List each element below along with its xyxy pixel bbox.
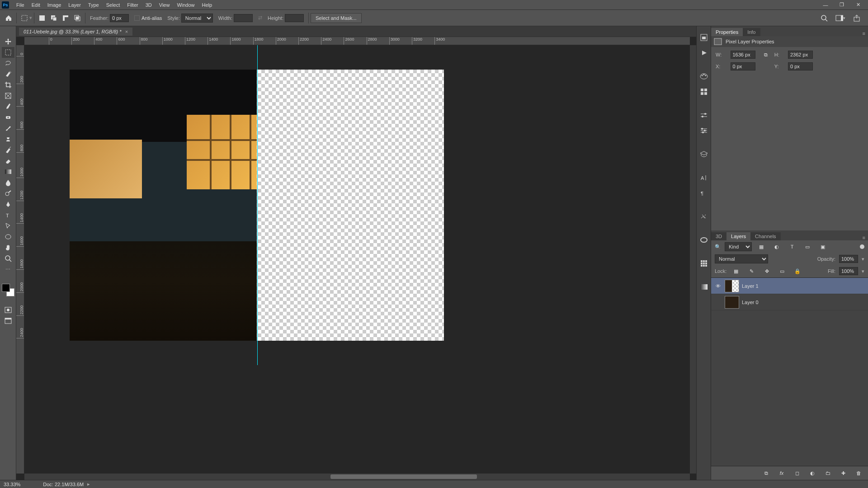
workspace-icon[interactable]: ▾: [835, 13, 845, 23]
hand-tool[interactable]: [2, 242, 14, 253]
menu-layer[interactable]: Layer: [65, 2, 85, 8]
opacity-input[interactable]: [839, 255, 858, 263]
color-swatches[interactable]: [2, 284, 14, 296]
eraser-tool[interactable]: [2, 155, 14, 166]
minimize-button[interactable]: —: [817, 0, 834, 10]
menu-image[interactable]: Image: [44, 2, 65, 8]
screen-mode-icon[interactable]: [2, 315, 14, 326]
pen-tool[interactable]: [2, 199, 14, 210]
horizontal-ruler[interactable]: 0200400600800100012001400160018002000220…: [24, 37, 690, 45]
styles-panel-icon[interactable]: [698, 125, 710, 136]
new-layer-icon[interactable]: ✚: [838, 468, 848, 478]
visibility-toggle[interactable]: 👁: [714, 283, 722, 289]
toolpresets-panel-icon[interactable]: [698, 211, 710, 222]
menu-3d[interactable]: 3D: [142, 2, 156, 8]
vertical-scrollbar[interactable]: [690, 45, 696, 474]
adjustments-panel-icon[interactable]: [698, 109, 710, 121]
search-icon[interactable]: [819, 13, 829, 23]
gradient-tool[interactable]: [2, 166, 14, 177]
marquee-tool-icon[interactable]: [19, 13, 29, 23]
menu-type[interactable]: Type: [85, 2, 103, 8]
menu-help[interactable]: Help: [198, 2, 216, 8]
frame-tool[interactable]: [2, 90, 14, 101]
tab-layers[interactable]: Layers: [726, 232, 750, 240]
menu-select[interactable]: Select: [103, 2, 124, 8]
quick-selection-tool[interactable]: [2, 69, 14, 80]
filter-adjust-icon[interactable]: ◐: [772, 242, 782, 252]
type-tool[interactable]: T: [2, 210, 14, 221]
layer-thumbnail[interactable]: [725, 280, 739, 292]
filter-pixel-icon[interactable]: ▦: [756, 242, 766, 252]
width-value[interactable]: [731, 51, 755, 59]
tab-channels[interactable]: Channels: [750, 232, 780, 240]
menu-window[interactable]: Window: [173, 2, 198, 8]
lock-pixels-icon[interactable]: ✎: [746, 266, 756, 276]
doc-info-menu-icon[interactable]: ▸: [87, 481, 90, 487]
filter-type-icon[interactable]: T: [787, 242, 797, 252]
actions-panel-icon[interactable]: [698, 47, 710, 59]
history-brush-tool[interactable]: [2, 145, 14, 155]
close-button[interactable]: ✕: [850, 0, 866, 10]
rectangular-marquee-tool[interactable]: [2, 47, 14, 58]
paragraph-panel-icon[interactable]: ¶: [698, 187, 710, 199]
selection-add-icon[interactable]: [49, 13, 59, 23]
menu-view[interactable]: View: [156, 2, 174, 8]
tab-properties[interactable]: Properties: [711, 28, 743, 36]
selection-subtract-icon[interactable]: [61, 13, 71, 23]
lock-artboard-icon[interactable]: ▭: [777, 266, 787, 276]
menu-edit[interactable]: Edit: [28, 2, 44, 8]
learn-panel-icon[interactable]: [698, 148, 710, 160]
brush-tool[interactable]: [2, 123, 14, 134]
home-icon[interactable]: [4, 13, 14, 23]
layer-filter-kind[interactable]: Kind: [725, 242, 752, 251]
tab-3d[interactable]: 3D: [711, 232, 726, 240]
document-canvas[interactable]: [70, 70, 444, 341]
feather-input[interactable]: [110, 14, 129, 22]
fill-input[interactable]: [839, 267, 858, 275]
height-value[interactable]: [788, 51, 813, 59]
quick-mask-icon[interactable]: [2, 305, 14, 315]
document-tab[interactable]: 011-Uebele.jpg @ 33.3% (Layer 1, RGB/8) …: [19, 28, 132, 36]
canvas-viewport[interactable]: [24, 45, 690, 474]
select-and-mask-button[interactable]: Select and Mask...: [311, 13, 362, 23]
doc-info[interactable]: Doc: 22.1M/33.6M: [43, 482, 84, 487]
panel-menu-icon[interactable]: ≡: [860, 235, 868, 240]
adjustment-layer-icon[interactable]: ◐: [807, 468, 817, 478]
layer-style-icon[interactable]: fx: [777, 468, 787, 478]
filter-shape-icon[interactable]: ▭: [802, 242, 812, 252]
layer-thumbnail[interactable]: [725, 296, 739, 309]
lock-position-icon[interactable]: ✥: [762, 266, 772, 276]
filter-smart-icon[interactable]: ▣: [818, 242, 828, 252]
link-layers-icon[interactable]: ⧉: [761, 468, 771, 478]
panel-menu-icon[interactable]: ≡: [860, 31, 868, 36]
lasso-tool[interactable]: [2, 58, 14, 69]
menu-file[interactable]: File: [13, 2, 28, 8]
close-icon[interactable]: ×: [125, 29, 128, 34]
move-tool[interactable]: [2, 36, 14, 47]
color-panel-icon[interactable]: [698, 70, 710, 82]
blend-mode-select[interactable]: Normal: [715, 254, 768, 263]
crop-tool[interactable]: [2, 80, 14, 90]
dodge-tool[interactable]: [2, 188, 14, 199]
selection-intersect-icon[interactable]: [72, 13, 82, 23]
layer-row[interactable]: 👁 Layer 1: [711, 278, 868, 294]
x-value[interactable]: [731, 62, 755, 70]
link-wh-icon[interactable]: ⧉: [762, 52, 770, 58]
eyedropper-tool[interactable]: [2, 101, 14, 112]
patterns-panel-icon[interactable]: [698, 258, 710, 269]
path-selection-tool[interactable]: [2, 221, 14, 231]
vertical-ruler[interactable]: 2000200400600800100012001400160018002000…: [16, 45, 24, 474]
delete-layer-icon[interactable]: 🗑: [854, 468, 863, 478]
edit-toolbar[interactable]: ⋯: [2, 264, 14, 275]
y-value[interactable]: [788, 62, 813, 70]
zoom-level[interactable]: 33.33%: [4, 482, 20, 487]
lock-transparency-icon[interactable]: ▦: [731, 266, 741, 276]
clone-stamp-tool[interactable]: [2, 134, 14, 145]
blur-tool[interactable]: [2, 177, 14, 188]
tab-info[interactable]: Info: [743, 28, 760, 36]
history-panel-icon[interactable]: [698, 32, 710, 43]
horizontal-scrollbar[interactable]: [24, 474, 690, 480]
vertical-guide[interactable]: [257, 45, 258, 365]
ellipse-tool[interactable]: [2, 231, 14, 242]
swatches-panel-icon[interactable]: [698, 86, 710, 98]
